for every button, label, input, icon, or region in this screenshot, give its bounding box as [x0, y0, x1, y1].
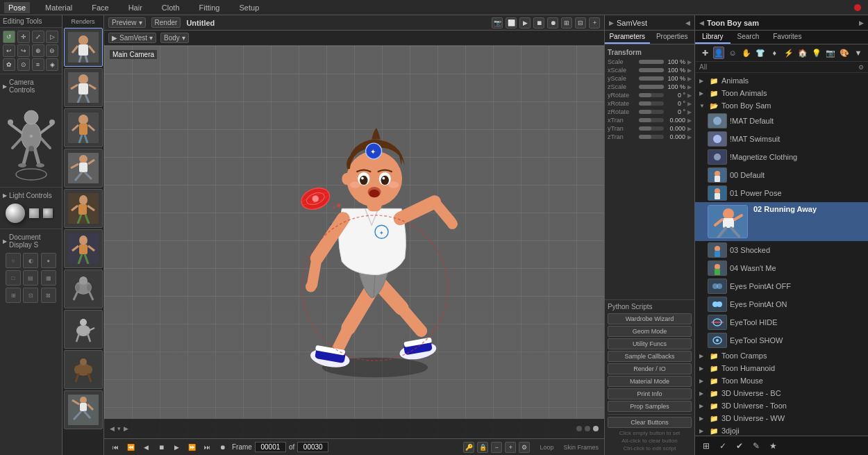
python-btn-prop[interactable]: Prop Samples [608, 401, 692, 412]
frame-current-input[interactable] [255, 442, 286, 452]
tl-btn-key[interactable]: 🔑 [463, 442, 474, 453]
frp-tab-search[interactable]: Search [731, 31, 767, 44]
python-btn-print[interactable]: Print Info [608, 388, 692, 399]
lib-icon-cross[interactable]: ✚ [699, 47, 710, 59]
lib-icon-diamond[interactable]: ♦ [769, 47, 780, 59]
ytran-slider[interactable] [639, 126, 664, 131]
tab-face[interactable]: Face [87, 2, 112, 13]
tl-btn-minus[interactable]: − [491, 442, 502, 453]
lib-icon-light[interactable]: 💡 [811, 47, 822, 59]
lib-icon-filter[interactable]: ▼ [853, 47, 864, 59]
tool-extra[interactable]: ◈ [46, 58, 58, 71]
viewport-nav-dropdown[interactable]: ▾ [117, 425, 121, 432]
thumbnail-1[interactable] [64, 28, 103, 67]
lib-icon-camera-lib[interactable]: 📷 [825, 47, 836, 59]
transport-play[interactable]: ▶ [171, 442, 182, 453]
tool-undo[interactable]: ↩ [3, 44, 15, 57]
frp-back-arrow[interactable]: ◀ [699, 19, 704, 26]
tree-item-imat-default[interactable]: !MAT Default [695, 112, 868, 130]
transport-step-back[interactable]: ⏪ [125, 442, 136, 453]
thumbnail-3[interactable] [64, 108, 103, 147]
lib-bottom-check[interactable]: ✓ [716, 439, 730, 453]
lib-bottom-add[interactable]: ⊞ [699, 439, 713, 453]
viewport-render-dropdown[interactable]: Render [151, 17, 181, 28]
tab-hair[interactable]: Hair [124, 2, 147, 13]
transport-to-start[interactable]: ⏮ [110, 442, 121, 453]
tool-zoom-out[interactable]: ⊖ [46, 44, 58, 57]
lib-icon-scene[interactable]: 🏠 [797, 47, 808, 59]
tree-item-3d-bc[interactable]: ▶ 📁 3D Universe - BC [695, 387, 868, 399]
xtran-arrow[interactable]: ▶ [687, 117, 692, 124]
xrotate-slider[interactable] [639, 101, 664, 106]
tab-pose[interactable]: Pose [4, 2, 30, 13]
frame-total-input[interactable] [297, 442, 328, 452]
tree-item-magnetize[interactable]: !Magnetize Clothing [695, 148, 868, 166]
rp-header-arrow[interactable]: ▶ [609, 19, 614, 26]
xrotate-arrow[interactable]: ▶ [687, 101, 692, 107]
transport-record[interactable]: ⏺ [217, 442, 228, 453]
viewport-icon-render[interactable]: ⬜ [506, 17, 517, 28]
xtran-slider[interactable] [639, 118, 664, 122]
transport-step-forward[interactable]: ⏩ [186, 442, 197, 453]
tree-item-3d-ww[interactable]: ▶ 📁 3D Universe - WW [695, 412, 868, 424]
tl-btn-lock[interactable]: 🔒 [477, 442, 488, 453]
tool-snap[interactable]: ⊙ [17, 58, 30, 71]
small-light-ball-2[interactable] [43, 208, 53, 218]
thumbnail-9[interactable] [64, 350, 103, 389]
tree-item-eyes-off[interactable]: Eyes PointAt OFF [695, 277, 868, 295]
transport-to-end[interactable]: ⏭ [201, 442, 212, 453]
python-btn-wardrobe[interactable]: Wardrobe Wizard [608, 313, 692, 324]
body-dropdown[interactable]: Body ▾ [160, 33, 189, 43]
tool-pose[interactable]: ✿ [3, 58, 15, 71]
doc-btn-1[interactable]: ○ [6, 253, 21, 268]
tree-item-animals[interactable]: ▶ 📁 Animals [695, 74, 868, 87]
tool-redo[interactable]: ↪ [17, 44, 30, 57]
yscale-slider[interactable] [639, 76, 664, 81]
doc-btn-9[interactable]: ⊠ [41, 288, 56, 303]
viewport-icon-camera[interactable]: 📷 [492, 17, 503, 28]
frp-forward-arrow[interactable]: ▶ [859, 19, 864, 26]
light-controls-header[interactable]: ▶ Light Controls [3, 190, 59, 201]
viewport-icon-record[interactable]: ⏺ [547, 17, 558, 28]
tree-item-toon-humanoid[interactable]: ▶ 📁 Toon Humanoid [695, 362, 868, 374]
tab-fitting[interactable]: Fitting [195, 2, 224, 13]
tree-item-00-default[interactable]: 00 Default [695, 166, 868, 184]
tree-item-toon-animals[interactable]: ▶ 📁 Toon Animals [695, 87, 868, 99]
zrotate-arrow[interactable]: ▶ [687, 109, 692, 115]
tool-zoom-in[interactable]: ⊕ [32, 44, 44, 57]
tree-item-toon-cramps[interactable]: ▶ 📁 Toon Cramps [695, 349, 868, 362]
yscale-arrow[interactable]: ▶ [687, 76, 692, 82]
tool-scale[interactable]: ⤢ [32, 31, 44, 43]
tool-rotate[interactable]: ↺ [3, 31, 15, 43]
viewport-icon-layout[interactable]: ⊟ [575, 17, 586, 28]
tree-item-3d-toon[interactable]: ▶ 📁 3D Universe - Toon [695, 399, 868, 412]
tool-select[interactable]: ▷ [46, 31, 58, 43]
tab-cloth[interactable]: Cloth [158, 2, 184, 13]
python-btn-sample[interactable]: Sample Callbacks [608, 351, 692, 362]
lib-icon-render-lib[interactable]: 🎨 [839, 47, 850, 59]
lib-bottom-apply[interactable]: ✔ [733, 439, 746, 453]
zrotate-slider[interactable] [639, 110, 664, 114]
yrotate-slider[interactable] [639, 93, 664, 97]
transport-stop[interactable]: ⏹ [156, 442, 167, 453]
tool-move[interactable]: ✛ [17, 31, 30, 43]
tree-item-02-running-away[interactable]: 02 Running Away [695, 202, 868, 241]
viewport-icon-play[interactable]: ▶ [519, 17, 531, 28]
scale-arrow[interactable]: ▶ [687, 59, 692, 65]
zscale-slider[interactable] [639, 85, 664, 89]
frp-filter-options[interactable]: ⚙ [858, 64, 864, 71]
lib-icon-clothes[interactable]: 👕 [755, 47, 766, 59]
zscale-arrow[interactable]: ▶ [687, 84, 692, 90]
doc-btn-2[interactable]: ◐ [23, 253, 38, 268]
tree-item-eyes-on[interactable]: Eyes PointAt ON [695, 295, 868, 313]
python-btn-clear[interactable]: Clear Buttons [608, 417, 692, 428]
tab-material[interactable]: Material [41, 2, 76, 13]
rp-header-close[interactable]: ◀ [685, 19, 690, 26]
ytran-arrow[interactable]: ▶ [687, 126, 692, 132]
thumbnail-4[interactable] [64, 149, 103, 188]
python-btn-material[interactable]: Material Mode [608, 376, 692, 387]
viewport-nav-arrow-right[interactable]: ▶ [124, 425, 128, 432]
doc-btn-8[interactable]: ⊡ [23, 288, 38, 303]
tree-item-toon-boy-sam[interactable]: ▼ 📂 Toon Boy Sam [695, 99, 868, 112]
viewport-icon-stop[interactable]: ⏹ [533, 17, 544, 28]
